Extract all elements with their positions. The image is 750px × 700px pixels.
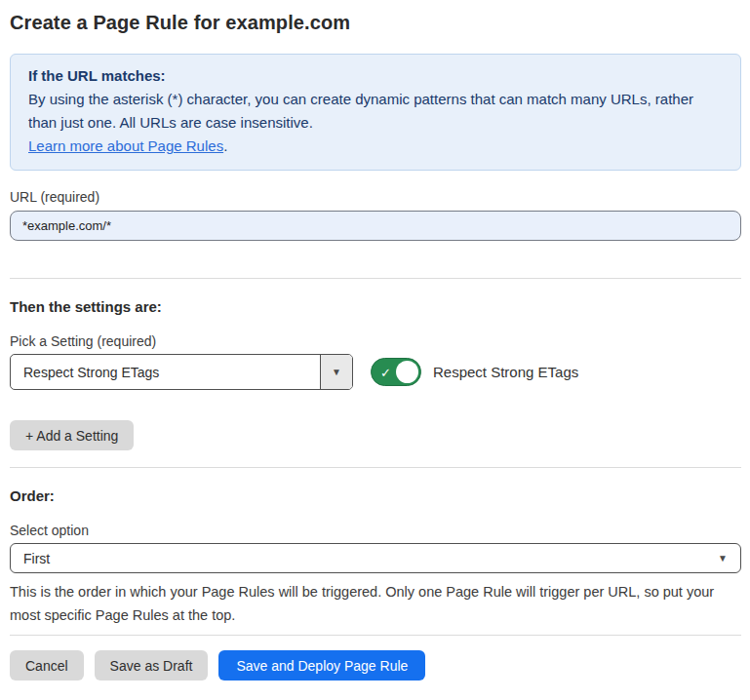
- pick-setting-label: Pick a Setting (required): [10, 333, 741, 349]
- section-divider: [10, 278, 741, 279]
- info-box-link-line: Learn more about Page Rules.: [28, 135, 723, 158]
- setting-select[interactable]: Respect Strong ETags ▼: [10, 354, 353, 390]
- create-page-rule-form: Create a Page Rule for example.com If th…: [0, 0, 750, 681]
- chevron-down-icon: ▼: [718, 553, 728, 564]
- link-suffix: .: [223, 137, 227, 154]
- settings-section-heading: Then the settings are:: [10, 298, 741, 315]
- order-select[interactable]: First ▼: [10, 543, 741, 573]
- check-icon: ✓: [380, 366, 391, 378]
- setting-select-value: Respect Strong ETags: [11, 355, 320, 389]
- cancel-button[interactable]: Cancel: [10, 650, 84, 681]
- learn-more-link[interactable]: Learn more about Page Rules: [28, 137, 223, 154]
- order-section-heading: Order:: [10, 487, 741, 504]
- order-select-label: Select option: [10, 523, 741, 538]
- url-input[interactable]: [10, 211, 741, 241]
- chevron-down-icon[interactable]: ▼: [320, 355, 352, 389]
- toggle-knob: [396, 361, 418, 383]
- section-divider: [10, 467, 741, 468]
- add-setting-button[interactable]: + Add a Setting: [10, 420, 134, 450]
- footer-divider: [10, 635, 741, 636]
- setting-row: Respect Strong ETags ▼ ✓ Respect Strong …: [10, 354, 741, 390]
- url-field-label: URL (required): [10, 189, 741, 205]
- save-draft-button[interactable]: Save as Draft: [95, 650, 209, 681]
- respect-strong-etags-toggle[interactable]: ✓: [371, 358, 421, 386]
- info-box-heading: If the URL matches:: [28, 64, 723, 88]
- info-box-body: By using the asterisk (*) character, you…: [28, 88, 723, 135]
- order-help-text: This is the order in which your Page Rul…: [10, 580, 743, 627]
- url-match-info-box: If the URL matches: By using the asteris…: [10, 54, 741, 171]
- order-select-value: First: [23, 551, 50, 566]
- page-title: Create a Page Rule for example.com: [10, 12, 741, 34]
- save-deploy-button[interactable]: Save and Deploy Page Rule: [218, 650, 425, 681]
- setting-toggle-group: ✓ Respect Strong ETags: [371, 358, 578, 386]
- footer-actions: Cancel Save as Draft Save and Deploy Pag…: [10, 650, 741, 681]
- toggle-label: Respect Strong ETags: [433, 364, 578, 380]
